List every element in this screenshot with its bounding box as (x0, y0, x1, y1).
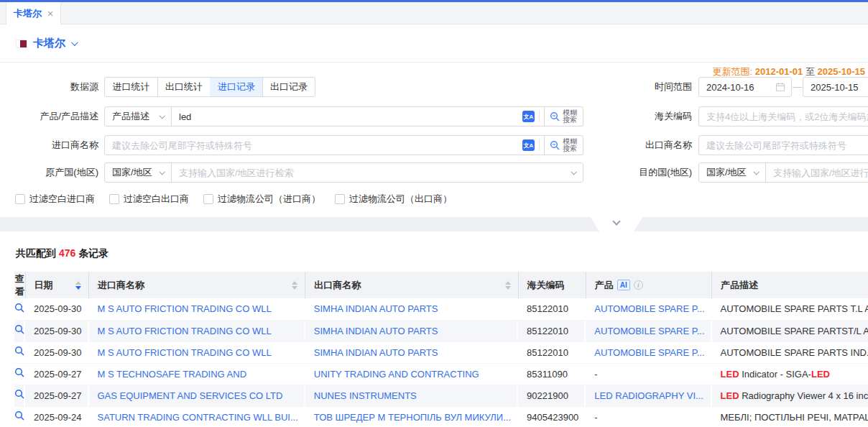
product-link[interactable]: LED RADIOGRAPHY VI... (594, 390, 703, 401)
datasource-import-records[interactable]: 进口记录 (210, 78, 262, 96)
exporter-input[interactable] (699, 136, 868, 155)
chevron-down-icon[interactable] (71, 39, 78, 46)
sort-exporter[interactable] (505, 281, 511, 290)
update-range-label: 更新范围: (713, 66, 753, 77)
exporter-link[interactable]: SIMHA INDIAN AUTO PARTS (314, 347, 438, 358)
importer-cell: M S AUTO FRICTION TRADING CO WLL (89, 320, 305, 341)
origin-input[interactable] (172, 163, 571, 182)
origin-label: 原产国(地区) (0, 162, 98, 183)
tab-qatar[interactable]: 卡塔尔 × (6, 2, 61, 24)
fuzzy-search-button[interactable]: 模糊搜索 (544, 107, 583, 126)
importer-cell: SATURN TRADING CONTRACTING WLL BUI... (89, 406, 305, 427)
importer-link[interactable]: SATURN TRADING CONTRACTING WLL BUI... (98, 412, 298, 423)
collapse-toggle[interactable] (591, 217, 642, 231)
chevron-down-icon (753, 169, 759, 175)
product-type-value: 产品描述 (112, 110, 149, 123)
info-icon[interactable]: i (634, 280, 643, 290)
filter-blank-exporter[interactable]: 过滤空白出口商 (109, 193, 189, 206)
col-importer: 进口商名称 (89, 272, 305, 298)
col-product-label: 产品 (595, 279, 614, 292)
translate-icon[interactable]: 文A (522, 111, 535, 122)
product-link[interactable]: AUTOMOBILE SPARE P... (594, 326, 704, 336)
importer-link[interactable]: M S AUTO FRICTION TRADING CO WLL (98, 326, 272, 336)
table-row: 2025-09-30 M S AUTO FRICTION TRADING CO … (14, 298, 868, 320)
update-range-end: 2025-10-15 (818, 66, 866, 77)
update-range-start: 2012-01-01 (755, 66, 803, 77)
col-hs-code: 海关编码 (518, 272, 586, 298)
view-magnifier-icon[interactable] (14, 324, 25, 335)
exporter-cell: SIMHA INDIAN AUTO PARTS (305, 320, 518, 341)
destination-type-select[interactable]: 国家/地区 (699, 163, 766, 182)
calendar-icon (775, 82, 785, 92)
exporter-link[interactable]: SIMHA INDIAN AUTO PARTS (314, 303, 438, 314)
importer-link[interactable]: M S AUTO FRICTION TRADING CO WLL (98, 347, 272, 358)
checkbox[interactable] (109, 194, 119, 204)
importer-input[interactable] (105, 136, 518, 155)
divider (0, 62, 868, 63)
exporter-link[interactable]: NUNES INSTRUMENTS (314, 390, 417, 401)
product-link[interactable]: AUTOMOBILE SPARE P... (594, 347, 704, 358)
view-magnifier-icon[interactable] (14, 346, 25, 357)
date-end-input[interactable]: 2025-10-15 (803, 77, 868, 97)
fuzzy-search-button[interactable]: 模糊搜索 (544, 136, 583, 155)
filter-label: 过滤空白进口商 (29, 193, 95, 206)
sort-importer[interactable] (292, 281, 297, 290)
col-exporter: 出口商名称 (305, 272, 518, 298)
col-date: 日期 (25, 272, 89, 298)
filter-blank-importer[interactable]: 过滤空白进口商 (15, 193, 95, 206)
exporter-link[interactable]: ТОВ ШРЕДЕР М ТЕРНОПІЛЬ ВУЛ МИКУЛИ... (314, 412, 511, 423)
view-cell (14, 341, 25, 363)
divider (539, 111, 540, 122)
view-cell (14, 320, 25, 341)
datasource-segmented-control: 进口统计 出口统计 进口记录 出口记录 (104, 77, 315, 97)
exporter-link[interactable]: UNITY TRADING AND CONTRACTING (314, 369, 479, 380)
datasource-import-stats[interactable]: 进口统计 (105, 78, 157, 96)
datasource-label: 数据源 (0, 77, 98, 97)
table-row: 2025-09-27 GAS EQUIPMENT AND SERVICES CO… (14, 385, 868, 406)
col-date-label: 日期 (34, 279, 53, 292)
product-type-select[interactable]: 产品描述 (105, 107, 172, 126)
date-cell: 2025-09-30 (25, 320, 89, 341)
destination-field: 国家/地区 (698, 162, 868, 183)
date-cell: 2025-09-30 (25, 341, 89, 363)
destination-label: 目的国(地区) (599, 162, 692, 183)
close-icon[interactable]: × (47, 8, 53, 19)
checkbox[interactable] (203, 194, 213, 204)
exporter-link[interactable]: SIMHA INDIAN AUTO PARTS (314, 326, 438, 336)
importer-cell: M S AUTO FRICTION TRADING CO WLL (89, 298, 305, 320)
destination-input[interactable] (766, 163, 868, 182)
origin-type-select[interactable]: 国家/地区 (105, 163, 172, 182)
fuzzy-search-label: 模糊搜索 (563, 138, 578, 152)
table-row: 2025-09-30 M S AUTO FRICTION TRADING CO … (14, 341, 868, 363)
checkbox[interactable] (15, 194, 25, 204)
chevron-down-icon[interactable] (571, 169, 576, 175)
hs-code-input[interactable] (699, 107, 868, 126)
chevron-down-icon (159, 113, 165, 119)
view-magnifier-icon[interactable] (14, 367, 25, 378)
filter-logistics-importer[interactable]: 过滤物流公司（进口商） (203, 193, 320, 206)
hs-code-cell: 85122010 (518, 298, 586, 320)
importer-field: 文A 模糊搜索 (104, 135, 583, 155)
view-magnifier-icon[interactable] (14, 389, 25, 400)
filter-logistics-exporter[interactable]: 过滤物流公司（出口商） (335, 193, 452, 206)
view-magnifier-icon[interactable] (14, 303, 25, 313)
origin-type-value: 国家/地区 (112, 166, 152, 179)
importer-link[interactable]: GAS EQUIPMENT AND SERVICES CO LTD (98, 390, 283, 401)
sort-date[interactable] (75, 281, 81, 290)
datasource-export-records[interactable]: 出口记录 (262, 78, 315, 96)
view-magnifier-icon[interactable] (14, 410, 25, 421)
exporter-cell: SIMHA INDIAN AUTO PARTS (305, 298, 518, 320)
importer-link[interactable]: M S AUTO FRICTION TRADING CO WLL (98, 303, 272, 314)
product-search-input[interactable] (172, 107, 518, 126)
date-start-input[interactable]: 2024-10-16 (698, 77, 792, 97)
magnifier-icon (550, 111, 560, 122)
table-row: 2025-09-27 M S TECHNOSAFE TRADING AND UN… (14, 363, 868, 385)
results-count: 共匹配到476条记录 (16, 247, 108, 260)
datasource-export-stats[interactable]: 出口统计 (157, 78, 210, 96)
translate-icon[interactable]: 文A (522, 139, 535, 151)
product-cell: LED RADIOGRAPHY VI... (586, 385, 711, 406)
checkbox[interactable] (335, 194, 345, 204)
importer-link[interactable]: M S TECHNOSAFE TRADING AND (98, 369, 247, 380)
ai-badge: AI (617, 280, 630, 290)
product-link[interactable]: AUTOMOBILE SPARE P... (594, 303, 704, 314)
